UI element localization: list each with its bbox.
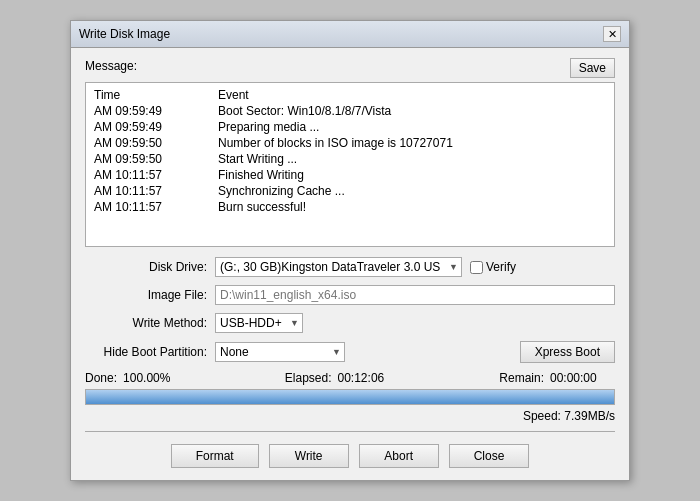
bottom-buttons: Format Write Abort Close [85,440,615,468]
image-file-row: Image File: [85,285,615,305]
log-table: Time Event AM 09:59:49Boot Sector: Win10… [90,87,610,215]
log-cell-time: AM 10:11:57 [90,167,214,183]
close-button[interactable]: ✕ [603,26,621,42]
elapsed-value: 00:12:06 [338,371,403,385]
image-file-label: Image File: [85,288,215,302]
disk-drive-label: Disk Drive: [85,260,215,274]
format-button[interactable]: Format [171,444,259,468]
progress-stats-row: Done: 100.00% Elapsed: 00:12:06 Remain: … [85,371,615,385]
log-header-time: Time [90,87,214,103]
speed-value: 7.39MB/s [564,409,615,423]
hide-boot-label: Hide Boot Partition: [85,345,215,359]
main-window: Write Disk Image ✕ Message: Save Time Ev… [70,20,630,481]
progress-bar-fill [86,390,614,404]
hide-boot-row: Hide Boot Partition: None Xpress Boot [85,341,615,363]
log-cell-time: AM 09:59:49 [90,119,214,135]
xpress-boot-button[interactable]: Xpress Boot [520,341,615,363]
write-button[interactable]: Write [269,444,349,468]
hide-boot-select[interactable]: None [215,342,345,362]
log-area[interactable]: Time Event AM 09:59:49Boot Sector: Win10… [85,82,615,247]
log-cell-event: Preparing media ... [214,119,610,135]
message-label: Message: [85,59,137,73]
write-method-control: USB-HDD+ [215,313,615,333]
verify-label[interactable]: Verify [470,260,516,274]
log-cell-event: Finished Writing [214,167,610,183]
disk-drive-controls: (G:, 30 GB)Kingston DataTraveler 3.0 US … [215,257,615,277]
write-method-row: Write Method: USB-HDD+ [85,313,615,333]
progress-section: Done: 100.00% Elapsed: 00:12:06 Remain: … [85,371,615,423]
window-title: Write Disk Image [79,27,170,41]
log-cell-event: Number of blocks in ISO image is 1072707… [214,135,610,151]
log-cell-event: Synchronizing Cache ... [214,183,610,199]
remain-label: Remain: [499,371,544,385]
speed-row: Speed: 7.39MB/s [85,409,615,423]
done-value: 100.00% [123,371,188,385]
remain-value: 00:00:00 [550,371,615,385]
divider [85,431,615,432]
log-row: AM 09:59:50Start Writing ... [90,151,610,167]
disk-drive-select-wrapper[interactable]: (G:, 30 GB)Kingston DataTraveler 3.0 US [215,257,462,277]
done-label: Done: [85,371,117,385]
disk-drive-row: Disk Drive: (G:, 30 GB)Kingston DataTrav… [85,257,615,277]
log-cell-event: Boot Sector: Win10/8.1/8/7/Vista [214,103,610,119]
abort-button[interactable]: Abort [359,444,439,468]
verify-checkbox[interactable] [470,261,483,274]
log-cell-event: Start Writing ... [214,151,610,167]
hide-boot-select-wrapper[interactable]: None [215,342,345,362]
log-cell-time: AM 09:59:49 [90,103,214,119]
speed-label: Speed: [523,409,561,423]
title-bar: Write Disk Image ✕ [71,21,629,48]
write-method-select[interactable]: USB-HDD+ [215,313,303,333]
verify-text: Verify [486,260,516,274]
log-header-event: Event [214,87,610,103]
log-cell-time: AM 09:59:50 [90,135,214,151]
remain-stat: Remain: 00:00:00 [499,371,615,385]
window-content: Message: Save Time Event AM 09:59:49Boot… [71,48,629,480]
save-button[interactable]: Save [570,58,615,78]
image-file-input[interactable] [215,285,615,305]
log-cell-event: Burn successful! [214,199,610,215]
done-stat: Done: 100.00% [85,371,188,385]
log-cell-time: AM 09:59:50 [90,151,214,167]
log-row: AM 09:59:50Number of blocks in ISO image… [90,135,610,151]
log-row: AM 10:11:57Synchronizing Cache ... [90,183,610,199]
image-file-control [215,285,615,305]
log-row: AM 10:11:57Finished Writing [90,167,610,183]
disk-drive-select[interactable]: (G:, 30 GB)Kingston DataTraveler 3.0 US [215,257,462,277]
elapsed-label: Elapsed: [285,371,332,385]
log-row: AM 10:11:57Burn successful! [90,199,610,215]
log-cell-time: AM 10:11:57 [90,199,214,215]
write-method-select-wrapper[interactable]: USB-HDD+ [215,313,303,333]
write-method-label: Write Method: [85,316,215,330]
log-cell-time: AM 10:11:57 [90,183,214,199]
progress-bar-container [85,389,615,405]
elapsed-stat: Elapsed: 00:12:06 [285,371,403,385]
close-button-bottom[interactable]: Close [449,444,530,468]
log-row: AM 09:59:49Boot Sector: Win10/8.1/8/7/Vi… [90,103,610,119]
log-row: AM 09:59:49Preparing media ... [90,119,610,135]
